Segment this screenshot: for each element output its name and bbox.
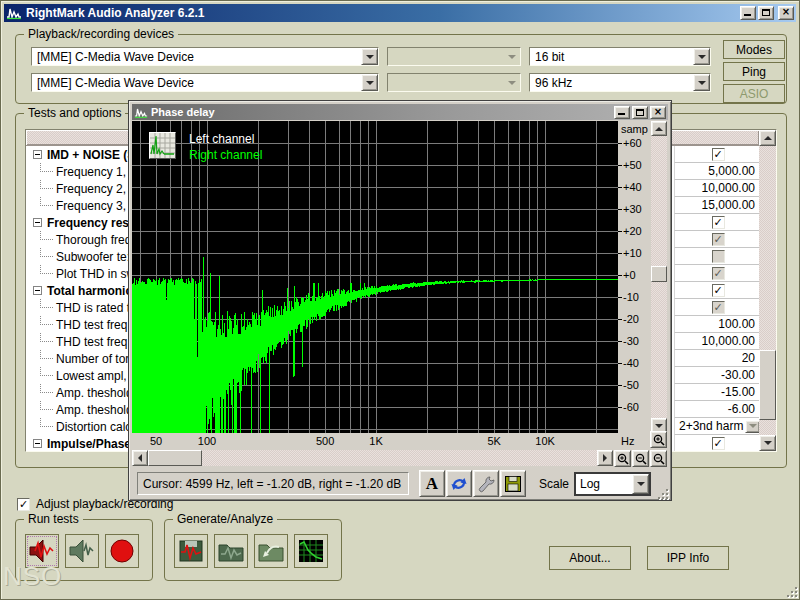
- phase-chart-area[interactable]: Left channel Right channel: [132, 121, 618, 433]
- test-row-value[interactable]: ✓: [674, 435, 759, 451]
- phase-close-button[interactable]: ×: [650, 106, 666, 119]
- test-row-value[interactable]: ✓: [674, 214, 759, 231]
- scroll-left-button[interactable]: [132, 450, 148, 466]
- playback-device-combo[interactable]: [MME] C-Media Wave Device: [31, 47, 379, 66]
- phase-resize-grip[interactable]: [656, 487, 669, 500]
- test-row-value[interactable]: 10,000.00: [674, 333, 759, 350]
- test-checkbox[interactable]: ✓: [712, 148, 725, 161]
- monitor-button[interactable]: [65, 534, 99, 568]
- sample-rate-arrow[interactable]: [693, 74, 710, 91]
- adjust-checkbox[interactable]: ✓: [17, 498, 30, 511]
- phase-titlebar[interactable]: Phase delay ×: [132, 104, 668, 120]
- legend-spectrum-button[interactable]: [149, 132, 176, 159]
- about-button[interactable]: About...: [549, 546, 631, 570]
- refresh-button[interactable]: [446, 470, 472, 497]
- load-results-button[interactable]: [254, 534, 288, 568]
- mini-spectrum-icon: [150, 133, 175, 158]
- scroll-thumb[interactable]: [759, 350, 776, 420]
- vertical-zoom-out-button[interactable]: [650, 450, 667, 467]
- y-axis-tick-label: +30: [623, 203, 642, 215]
- vertical-zoom-in-button[interactable]: [650, 431, 667, 448]
- asio-button: ASIO: [723, 84, 785, 103]
- phase-minimize-button[interactable]: [614, 106, 630, 119]
- test-row-value[interactable]: 10,000.00: [674, 180, 759, 197]
- scroll-up-button[interactable]: [759, 130, 776, 146]
- test-row-value[interactable]: 2+3nd harm: [674, 418, 759, 435]
- test-row-value[interactable]: 15,000.00: [674, 197, 759, 214]
- playback-device-arrow[interactable]: [361, 48, 378, 65]
- record-button[interactable]: [105, 534, 139, 568]
- x-axis-row: 501005001K5K10K: [132, 433, 618, 450]
- test-checkbox[interactable]: ✓: [712, 284, 725, 297]
- options-button[interactable]: [473, 470, 499, 497]
- save-button[interactable]: [500, 470, 526, 497]
- test-row-value[interactable]: -6.00: [674, 401, 759, 418]
- chart-vertical-scrollbar[interactable]: [651, 121, 667, 433]
- floppy-with-waveform-icon: [177, 538, 205, 564]
- font-button[interactable]: A: [419, 470, 445, 497]
- test-row-value[interactable]: 5,000.00: [674, 163, 759, 180]
- main-resize-grip[interactable]: [785, 585, 798, 598]
- test-row-value[interactable]: ✓: [674, 146, 759, 163]
- y-axis-tick-mark: [618, 165, 622, 166]
- tests-list-scrollbar[interactable]: [759, 130, 776, 451]
- close-button[interactable]: ×: [778, 6, 794, 20]
- generate-wav-button[interactable]: [174, 534, 208, 568]
- test-row-value[interactable]: ✓: [674, 265, 759, 282]
- modes-button[interactable]: Modes: [723, 40, 785, 59]
- sample-rate-combo[interactable]: 96 kHz: [529, 73, 711, 92]
- test-checkbox[interactable]: ✓: [712, 437, 725, 450]
- tree-collapse-icon[interactable]: [33, 439, 42, 448]
- phase-maximize-button[interactable]: [632, 106, 648, 119]
- tree-connector: [40, 299, 53, 308]
- chart-horizontal-scrollbar[interactable]: [132, 450, 613, 466]
- tree-connector: [40, 197, 53, 206]
- test-row-value[interactable]: ✓: [674, 231, 759, 248]
- test-row-value[interactable]: [674, 248, 759, 265]
- arrow-up-icon: [764, 136, 772, 140]
- ipp-info-button[interactable]: IPP Info: [647, 546, 729, 570]
- chevron-down-icon: [637, 482, 645, 486]
- ping-button[interactable]: Ping: [723, 62, 785, 81]
- analyze-wav-button[interactable]: [214, 534, 248, 568]
- dropdown-arrow-button[interactable]: [745, 420, 759, 433]
- horizontal-zoom-in-button[interactable]: [614, 450, 631, 467]
- horizontal-zoom-out-button[interactable]: [632, 450, 649, 467]
- test-row-value[interactable]: -30.00: [674, 367, 759, 384]
- test-row-value[interactable]: 100.00: [674, 316, 759, 333]
- spectrum-analyzer-button[interactable]: [294, 534, 328, 568]
- scroll-thumb[interactable]: [148, 450, 202, 466]
- tree-collapse-icon[interactable]: [33, 286, 42, 295]
- test-row-value[interactable]: ✓: [674, 299, 759, 316]
- magnifier-minus-icon: [653, 453, 665, 465]
- recording-device-arrow[interactable]: [361, 74, 378, 91]
- scroll-right-button[interactable]: [597, 450, 613, 466]
- scroll-down-button[interactable]: [759, 435, 776, 451]
- tree-connector: [40, 163, 53, 172]
- minimize-button[interactable]: [740, 6, 756, 20]
- tree-collapse-icon[interactable]: [33, 150, 42, 159]
- test-row-value[interactable]: 20: [674, 350, 759, 367]
- phase-window-title: Phase delay: [151, 106, 215, 118]
- scale-combo[interactable]: Log: [574, 472, 651, 496]
- scale-label: Scale: [539, 477, 569, 491]
- app-logo-icon: [6, 6, 22, 20]
- test-row-label: Frequency 1,: [56, 165, 126, 179]
- test-row-value[interactable]: -15.00: [674, 384, 759, 401]
- scroll-thumb[interactable]: [651, 266, 667, 282]
- red-circle-record-icon: [108, 538, 136, 564]
- main-titlebar[interactable]: RightMark Audio Analyzer 6.2.1 ×: [4, 4, 796, 22]
- test-checkbox[interactable]: ✓: [712, 216, 725, 229]
- recording-device-combo[interactable]: [MME] C-Media Wave Device: [31, 73, 379, 92]
- test-row-value[interactable]: ✓: [674, 282, 759, 299]
- phase-chart[interactable]: [132, 121, 618, 433]
- scale-combo-arrow[interactable]: [632, 474, 649, 494]
- tree-collapse-icon[interactable]: [33, 218, 42, 227]
- scroll-up-button[interactable]: [651, 121, 667, 136]
- bit-depth-arrow[interactable]: [693, 48, 710, 65]
- maximize-button[interactable]: [758, 6, 774, 20]
- test-row-label: Frequency 2,: [56, 182, 126, 196]
- bit-depth-combo[interactable]: 16 bit: [529, 47, 711, 66]
- maximize-icon: [636, 109, 644, 116]
- tree-connector: [40, 401, 53, 410]
